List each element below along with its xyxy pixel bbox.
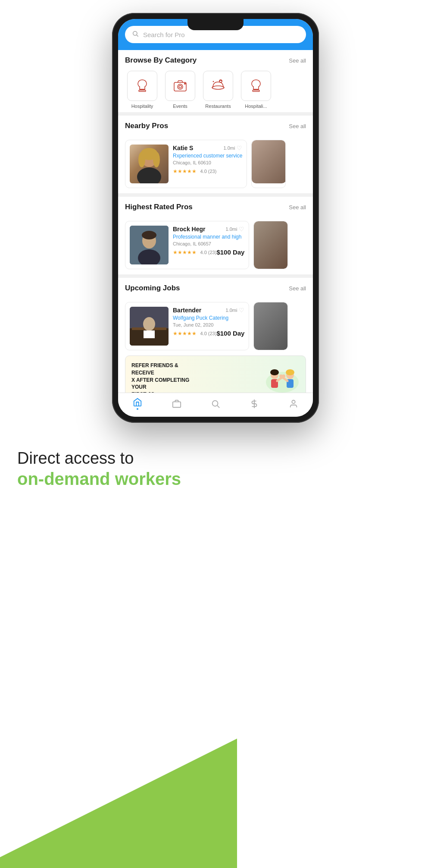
svg-point-17: [138, 152, 145, 167]
category-item-events[interactable]: Events: [163, 71, 197, 109]
browse-category-section: Browse By Category See all: [118, 50, 313, 112]
category-icon-box-restaurants: [203, 71, 233, 101]
dollar-nav-icon: [250, 399, 259, 409]
pro-card-bartender[interactable]: Bartender 1.0mi ♡ Wolfgang Puck Catering…: [125, 302, 249, 350]
stars-brock: ★★★★★: [173, 249, 197, 255]
pro-card-job-partial: [253, 302, 288, 350]
pro-card-brock-inner: Brock Hegr 1.0mi ♡ Professional manner a…: [125, 221, 249, 269]
refer-line2: X AFTER COMPLETING YOUR: [131, 377, 200, 391]
pro-card-brock[interactable]: Brock Hegr 1.0mi ♡ Professional manner a…: [125, 221, 249, 269]
nearby-pros-row: Katie S 1.0mi ♡ Rxperienced customer ser…: [118, 140, 313, 193]
green-triangle: [0, 739, 237, 868]
pro-rating-row-katie: ★★★★★ 4.0 (23): [173, 167, 242, 175]
pro-tagline-brock: Professional manner and high: [173, 234, 244, 240]
heart-icon-katie[interactable]: ♡: [237, 145, 242, 151]
pro-price-bartender: $100 Day: [216, 330, 244, 337]
pro-rating-row-bartender: ★★★★★ 4.0 (23) $100 Day: [173, 329, 244, 337]
nav-item-profile[interactable]: [289, 399, 298, 409]
pro-distance-bartender: 1.0mi ♡: [226, 307, 245, 314]
bottom-nav: [118, 393, 313, 417]
highest-rated-title: Highest Rated Pros: [125, 203, 193, 211]
pro-photo-katie: [130, 145, 169, 183]
browse-category-see-all[interactable]: See all: [289, 57, 306, 64]
svg-point-38: [279, 374, 283, 378]
pro-rating-row-brock: ★★★★★ 4.0 (23) $100 Day: [173, 248, 244, 256]
nav-item-search[interactable]: [211, 399, 220, 409]
pro-card-nearby-partial: [251, 140, 286, 188]
search-placeholder-text: Search for Pro: [143, 31, 185, 38]
refer-illustration-svg: [265, 367, 300, 393]
chef-hat-icon: [133, 76, 152, 95]
category-icon-box-hospitality: [127, 71, 157, 101]
upcoming-jobs-title: Upcoming Jobs: [125, 284, 180, 292]
pro-card-katie-inner: Katie S 1.0mi ♡ Rxperienced customer ser…: [125, 140, 247, 188]
pro-info-katie: Katie S 1.0mi ♡ Rxperienced customer ser…: [173, 145, 242, 183]
camera-icon: [171, 76, 190, 95]
pro-name-katie: Katie S: [173, 145, 193, 151]
phone-mockup: Search for Pro Browse By Category See al…: [0, 0, 431, 423]
screen-content: Browse By Category See all: [118, 50, 313, 393]
divider-1: [118, 112, 313, 116]
phone-screen: Search for Pro Browse By Category See al…: [118, 19, 313, 417]
category-item-restaurants[interactable]: Restaurants: [201, 71, 235, 109]
highest-rated-row: Brock Hegr 1.0mi ♡ Professional manner a…: [118, 221, 313, 274]
pro-photo-bartender: [130, 307, 169, 346]
upcoming-jobs-section: Upcoming Jobs See all: [118, 278, 313, 302]
direct-access-text: Direct access to: [17, 449, 414, 469]
categories-row: Hospitality: [125, 71, 306, 109]
svg-point-43: [292, 400, 295, 403]
pro-location-brock: Chicago, IL 60657: [173, 241, 244, 246]
nearby-pros-see-all[interactable]: See all: [289, 123, 306, 129]
svg-point-18: [153, 152, 160, 167]
svg-point-26: [143, 317, 155, 331]
pro-card-rated-partial: [253, 221, 288, 269]
svg-line-41: [217, 406, 219, 408]
heart-icon-bartender[interactable]: ♡: [239, 307, 244, 314]
search-icon: [132, 30, 139, 39]
jobs-nav-icon: [172, 399, 181, 409]
svg-point-0: [133, 31, 137, 35]
rating-text-katie: 4.0 (23): [200, 169, 216, 174]
pro-date-bartender: Tue, June 02, 2020: [173, 322, 244, 327]
svg-rect-13: [253, 90, 259, 91]
chef-hat-2-icon: [247, 76, 265, 95]
svg-point-6: [179, 85, 181, 88]
svg-rect-3: [139, 90, 146, 91]
nav-item-home[interactable]: [133, 397, 142, 410]
highest-rated-header: Highest Rated Pros See all: [125, 203, 306, 211]
refer-banner[interactable]: REFER FRIENDS & RECEIVE X AFTER COMPLETI…: [125, 355, 306, 393]
pro-name-brock: Brock Hegr: [173, 226, 205, 233]
svg-rect-39: [172, 402, 180, 407]
nav-item-jobs[interactable]: [172, 399, 181, 409]
nav-item-earnings[interactable]: [250, 399, 259, 409]
heart-icon-brock[interactable]: ♡: [239, 226, 244, 233]
svg-point-22: [142, 231, 156, 239]
category-item-hospitality[interactable]: Hospitality: [125, 71, 159, 109]
upcoming-jobs-header: Upcoming Jobs See all: [125, 284, 306, 292]
category-label-restaurants: Restaurants: [205, 104, 231, 109]
pro-name-row-brock: Brock Hegr 1.0mi ♡: [173, 226, 244, 233]
svg-point-40: [212, 400, 218, 406]
svg-rect-27: [144, 330, 155, 338]
nav-dot-home: [137, 408, 138, 410]
pro-card-katie[interactable]: Katie S 1.0mi ♡ Rxperienced customer ser…: [125, 140, 247, 188]
rating-text-bartender: 4.0 (23): [200, 331, 216, 336]
highest-rated-section: Highest Rated Pros See all: [118, 197, 313, 221]
upcoming-jobs-see-all[interactable]: See all: [289, 285, 306, 292]
bartender-photo-svg: [130, 307, 169, 346]
pro-distance-katie: 1.0mi ♡: [224, 145, 243, 151]
stars-katie: ★★★★★: [173, 168, 197, 174]
browse-category-title: Browse By Category: [125, 56, 197, 65]
refer-line1: REFER FRIENDS & RECEIVE: [131, 362, 200, 377]
katie-photo-svg: [130, 145, 169, 183]
category-item-hospitality2[interactable]: Hospitali...: [239, 71, 273, 109]
profile-nav-icon: [289, 399, 298, 409]
search-nav-icon: [211, 399, 220, 409]
cloche-icon: [209, 76, 228, 95]
divider-2: [118, 193, 313, 197]
pro-card-bartender-inner: Bartender 1.0mi ♡ Wolfgang Puck Catering…: [125, 302, 249, 350]
highest-rated-see-all[interactable]: See all: [289, 204, 306, 211]
svg-point-15: [137, 167, 161, 183]
category-label-hospitality: Hospitality: [131, 104, 153, 109]
divider-3: [118, 274, 313, 278]
